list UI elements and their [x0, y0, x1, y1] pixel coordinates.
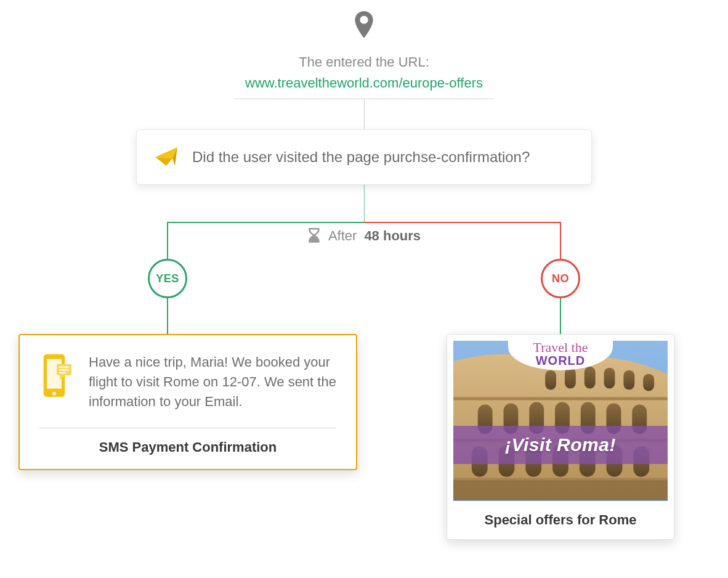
branch-no-line: [364, 222, 561, 223]
branch-yes-line: [167, 222, 364, 223]
connector: [167, 223, 168, 260]
svg-marker-1: [155, 157, 172, 166]
promo-hero-image: Travel the WORLD ¡Visit Roma!: [453, 341, 668, 501]
delay-value: 48 hours: [364, 228, 421, 244]
yes-label: YES: [156, 272, 179, 285]
flow-diagram: The entered the URL: www.treaveltheworld…: [0, 0, 728, 578]
branch-no-badge: NO: [541, 259, 580, 298]
promo-card-caption: Special offers for Rome: [453, 512, 668, 528]
no-label: NO: [552, 272, 569, 285]
branch-yes-badge: YES: [148, 259, 187, 298]
sms-phone-icon: [39, 352, 74, 412]
connector: [364, 99, 365, 129]
svg-rect-17: [604, 368, 615, 389]
condition-node: Did the user visited the page purchse-co…: [136, 129, 592, 185]
email-promo-card: Travel the WORLD ¡Visit Roma! Special of…: [447, 334, 674, 540]
svg-point-5: [52, 392, 56, 396]
connector: [167, 298, 168, 334]
svg-rect-8: [59, 367, 69, 368]
delay-prefix: After: [328, 228, 357, 244]
svg-rect-9: [59, 369, 69, 370]
promo-banner-text: ¡Visit Roma!: [505, 434, 616, 455]
promo-banner: ¡Visit Roma!: [453, 426, 668, 464]
svg-rect-19: [643, 374, 654, 391]
hourglass-icon: [307, 228, 321, 244]
sms-card-title: SMS Payment Confirmation: [39, 439, 336, 455]
paper-plane-icon: [154, 145, 179, 169]
entered-url-value: www.treaveltheworld.com/europe-offers: [245, 75, 483, 91]
sms-message-text: Have a nice trip, Maria! We booked your …: [89, 352, 336, 412]
connector: [560, 223, 561, 260]
svg-rect-16: [584, 367, 596, 389]
connector: [364, 185, 365, 222]
brand-line-2: WORLD: [513, 354, 608, 367]
connector: [560, 298, 561, 334]
svg-rect-15: [565, 368, 576, 389]
svg-rect-18: [623, 370, 634, 390]
svg-rect-11: [453, 397, 668, 400]
svg-rect-14: [545, 370, 556, 390]
location-pin-icon: [353, 11, 375, 41]
brand-line-1: Travel the: [513, 341, 608, 354]
branch-split: [167, 222, 561, 223]
condition-text: Did the user visited the page purchse-co…: [192, 149, 530, 166]
svg-rect-34: [453, 481, 668, 500]
divider: [39, 428, 336, 428]
delay-label: After 48 hours: [307, 228, 421, 244]
entered-url-label: The entered the URL:: [299, 54, 429, 70]
svg-rect-10: [59, 372, 66, 373]
sms-confirmation-card: Have a nice trip, Maria! We booked your …: [18, 334, 357, 470]
brand-badge: Travel the WORLD: [508, 341, 613, 370]
